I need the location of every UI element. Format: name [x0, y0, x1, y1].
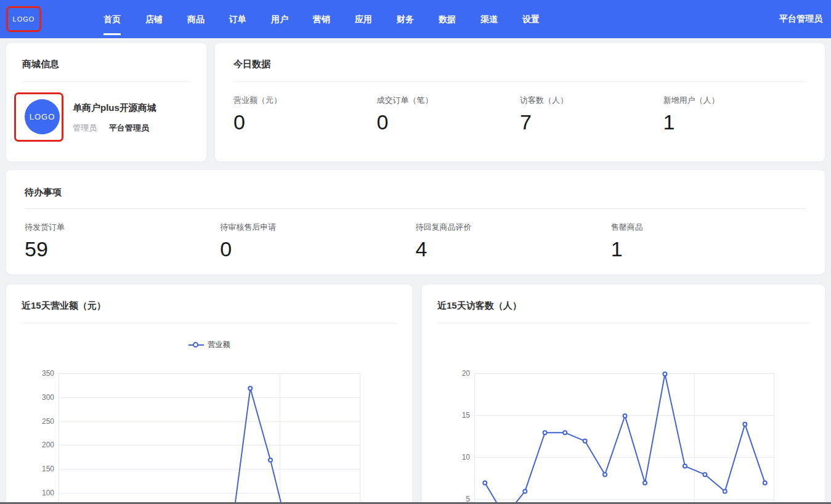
- line-series: [69, 388, 351, 504]
- y-axis-label: 350: [22, 369, 54, 378]
- stat-label: 待审核售后申请: [220, 222, 415, 233]
- data-point-marker: [269, 458, 272, 462]
- turnover-chart-plot: 350300250200150100: [22, 373, 397, 504]
- line-series-svg: [59, 374, 361, 504]
- role-value: 平台管理员: [109, 123, 149, 132]
- stat-value: 0: [220, 237, 415, 261]
- legend-label: 营业额: [208, 339, 230, 350]
- line-series-legend-icon: [188, 342, 204, 348]
- divider: [22, 81, 191, 82]
- data-point-marker: [248, 386, 252, 390]
- line-series-svg: [475, 374, 775, 504]
- visitors-chart-card: 近15天访客数（人） 2015105: [422, 285, 825, 504]
- data-point-marker: [543, 431, 547, 434]
- stat-label: 新增用户（人）: [663, 95, 807, 106]
- stat-value: 59: [25, 237, 220, 261]
- nav-item-apps[interactable]: 应用: [355, 0, 397, 38]
- stat-label: 成交订单（笔）: [377, 95, 521, 106]
- stat-value: 0: [377, 110, 521, 134]
- stat-label: 访客数（人）: [520, 95, 663, 106]
- today-stats-row: 营业额（元） 0 成交订单（笔） 0 访客数（人） 7 新增用户（人） 1: [233, 95, 806, 134]
- stat-deal-orders: 成交订单（笔） 0: [377, 95, 521, 134]
- y-axis-label: 150: [22, 465, 54, 473]
- stat-pending-shipment: 待发货订单 59: [25, 222, 220, 261]
- divider: [233, 81, 806, 82]
- shop-name: 单商户plus开源商城: [73, 102, 156, 114]
- stat-pending-reviews: 待回复商品评价 4: [416, 222, 611, 261]
- data-point-marker: [703, 473, 707, 476]
- turnover-chart-title: 近15天营业额（元）: [22, 300, 397, 311]
- stat-turnover: 营业额（元） 0: [233, 95, 377, 134]
- stat-value: 7: [520, 110, 663, 134]
- stat-pending-aftersale: 待审核售后申请 0: [220, 222, 415, 261]
- plot-area: [474, 373, 774, 504]
- stat-visitors: 访客数（人） 7: [520, 95, 663, 134]
- top-navbar: LOGO 首页 店铺 商品 订单 用户 营销 应用 财务 数据 渠道 设置 平台…: [0, 0, 831, 38]
- data-point-marker: [583, 439, 587, 443]
- nav-logo[interactable]: LOGO: [13, 15, 35, 23]
- visitors-chart-title: 近15天访客数（人）: [437, 300, 809, 311]
- nav-item-settings[interactable]: 设置: [522, 0, 564, 38]
- data-point-marker: [683, 465, 687, 468]
- y-axis-label: 10: [437, 453, 470, 461]
- divider: [25, 208, 806, 209]
- shop-logo-text: LOGO: [30, 112, 55, 121]
- y-axis-label: 200: [22, 441, 54, 449]
- nav-item-goods[interactable]: 商品: [187, 0, 229, 38]
- main-content: 商城信息 LOGO 单商户plus开源商城 管理员 平台管理员 今日数据 营业额…: [0, 38, 831, 504]
- nav-item-orders[interactable]: 订单: [229, 0, 271, 38]
- data-point-marker: [523, 489, 527, 493]
- divider: [437, 323, 809, 323]
- nav-item-data[interactable]: 数据: [439, 0, 480, 38]
- todo-card: 待办事项 待发货订单 59 待审核售后申请 0 待回复商品评价 4 售罄商品 1: [6, 170, 825, 274]
- shop-info-card: 商城信息 LOGO 单商户plus开源商城 管理员 平台管理员: [6, 43, 206, 161]
- divider: [22, 323, 397, 323]
- stat-value: 1: [611, 237, 806, 261]
- y-axis-label: 300: [22, 393, 54, 402]
- stat-new-users: 新增用户（人） 1: [663, 95, 807, 134]
- nav-logo-annotation-box: LOGO: [6, 6, 41, 32]
- nav-item-finance[interactable]: 财务: [397, 0, 439, 38]
- shop-card-title: 商城信息: [22, 59, 191, 70]
- stat-label: 售罄商品: [611, 222, 806, 233]
- shop-roles: 管理员 平台管理员: [73, 123, 149, 134]
- data-point-marker: [483, 481, 487, 485]
- visitors-chart-plot: 2015105: [437, 373, 809, 504]
- stat-label: 待回复商品评价: [416, 222, 611, 233]
- y-axis-label: 100: [22, 489, 54, 497]
- turnover-chart-card: 近15天营业额（元） 营业额 350300250200150100: [6, 285, 412, 504]
- chart-legend[interactable]: 营业额: [22, 340, 397, 349]
- data-point-marker: [623, 414, 627, 418]
- stat-value: 1: [663, 110, 807, 134]
- data-point-marker: [663, 372, 667, 376]
- data-point-marker: [743, 423, 747, 426]
- todo-card-title: 待办事项: [25, 187, 806, 198]
- plot-area: [59, 373, 360, 504]
- nav-user-admin[interactable]: 平台管理员: [779, 14, 822, 25]
- y-axis-label: 15: [437, 411, 470, 420]
- nav-item-store[interactable]: 店铺: [145, 0, 187, 38]
- role-label: 管理员: [73, 123, 97, 132]
- nav-item-users[interactable]: 用户: [271, 0, 313, 38]
- data-point-marker: [563, 431, 567, 434]
- data-point-marker: [763, 481, 767, 485]
- data-point-marker: [643, 481, 647, 485]
- stat-sold-out: 售罄商品 1: [611, 222, 806, 261]
- today-card-title: 今日数据: [233, 59, 806, 70]
- stat-value: 0: [233, 110, 377, 134]
- nav-menu: 首页 店铺 商品 订单 用户 营销 应用 财务 数据 渠道 设置: [103, 0, 564, 38]
- nav-item-home[interactable]: 首页: [103, 0, 145, 38]
- stat-label: 待发货订单: [25, 222, 220, 233]
- y-axis-label: 250: [22, 417, 54, 426]
- shop-logo-avatar[interactable]: LOGO: [25, 99, 60, 134]
- todo-stats-row: 待发货订单 59 待审核售后申请 0 待回复商品评价 4 售罄商品 1: [25, 222, 806, 261]
- today-data-card: 今日数据 营业额（元） 0 成交订单（笔） 0 访客数（人） 7 新增用户（人）…: [215, 43, 825, 161]
- data-point-marker: [603, 473, 607, 476]
- nav-item-channels[interactable]: 渠道: [480, 0, 522, 38]
- nav-item-marketing[interactable]: 营销: [313, 0, 355, 38]
- line-series: [485, 374, 765, 504]
- stat-label: 营业额（元）: [233, 95, 377, 106]
- y-axis-label: 20: [437, 369, 470, 378]
- data-point-marker: [723, 489, 727, 493]
- stat-value: 4: [416, 237, 611, 261]
